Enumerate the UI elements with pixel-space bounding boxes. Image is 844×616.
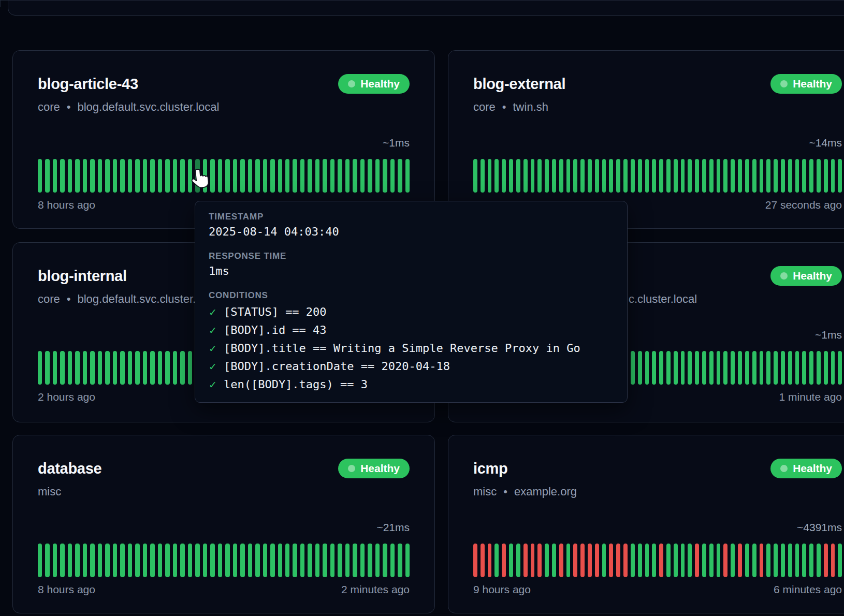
health-bar[interactable] xyxy=(75,351,79,385)
health-bar[interactable] xyxy=(681,544,685,577)
health-bar[interactable] xyxy=(666,544,671,577)
health-bar[interactable] xyxy=(90,544,94,577)
health-bar[interactable] xyxy=(210,159,214,193)
health-bar[interactable] xyxy=(802,351,806,385)
health-bar[interactable] xyxy=(573,544,577,577)
health-bar[interactable] xyxy=(631,351,635,385)
health-bar[interactable] xyxy=(523,544,528,577)
health-bar[interactable] xyxy=(674,351,678,385)
health-bar[interactable] xyxy=(545,544,549,577)
health-bar[interactable] xyxy=(723,351,727,385)
health-bar[interactable] xyxy=(824,351,828,385)
health-bar[interactable] xyxy=(375,544,380,577)
health-bar[interactable] xyxy=(731,544,735,577)
health-bar[interactable] xyxy=(278,544,282,577)
health-bar[interactable] xyxy=(817,351,821,385)
health-bar[interactable] xyxy=(609,159,613,193)
health-bar[interactable] xyxy=(588,544,592,577)
health-bar[interactable] xyxy=(353,159,357,193)
health-bar[interactable] xyxy=(188,544,192,577)
health-bar[interactable] xyxy=(537,544,542,577)
health-bar[interactable] xyxy=(795,351,799,385)
health-bar[interactable] xyxy=(488,159,492,193)
health-bar[interactable] xyxy=(580,159,585,193)
health-bar[interactable] xyxy=(666,351,671,385)
health-bar[interactable] xyxy=(674,544,678,577)
health-bar[interactable] xyxy=(566,159,571,193)
health-bar[interactable] xyxy=(766,159,770,193)
health-bar[interactable] xyxy=(60,159,64,193)
health-bar[interactable] xyxy=(623,544,628,577)
health-bar[interactable] xyxy=(233,159,237,193)
health-bar[interactable] xyxy=(165,544,169,577)
health-bar[interactable] xyxy=(218,544,222,577)
health-bar[interactable] xyxy=(781,159,785,193)
health-bar[interactable] xyxy=(165,159,169,193)
health-bar[interactable] xyxy=(128,159,132,193)
health-bar[interactable] xyxy=(255,159,259,193)
health-bar[interactable] xyxy=(398,544,402,577)
health-bar[interactable] xyxy=(702,544,706,577)
health-bar[interactable] xyxy=(573,159,577,193)
health-bar[interactable] xyxy=(390,159,395,193)
health-bar[interactable] xyxy=(537,159,542,193)
health-bar[interactable] xyxy=(270,544,274,577)
health-bar[interactable] xyxy=(38,544,42,577)
health-bar[interactable] xyxy=(60,351,64,385)
health-bar[interactable] xyxy=(383,544,387,577)
health-bar[interactable] xyxy=(68,351,72,385)
health-bar[interactable] xyxy=(659,351,663,385)
health-bar[interactable] xyxy=(760,159,764,193)
health-bar[interactable] xyxy=(38,351,42,385)
health-bar[interactable] xyxy=(838,159,842,193)
health-bar[interactable] xyxy=(766,544,770,577)
health-bar[interactable] xyxy=(631,159,635,193)
health-bar[interactable] xyxy=(580,544,585,577)
health-bar[interactable] xyxy=(809,351,813,385)
health-bar[interactable] xyxy=(143,544,147,577)
health-bar[interactable] xyxy=(143,159,147,193)
health-bar[interactable] xyxy=(158,159,162,193)
health-bar[interactable] xyxy=(105,159,109,193)
endpoint-card[interactable]: database Healthy misc• ~21ms 8 hours ago… xyxy=(12,435,435,613)
health-bar[interactable] xyxy=(645,351,649,385)
health-bar[interactable] xyxy=(766,351,770,385)
health-bar[interactable] xyxy=(338,544,342,577)
health-bar[interactable] xyxy=(180,351,184,385)
health-bar[interactable] xyxy=(745,159,749,193)
health-bar[interactable] xyxy=(602,544,606,577)
health-bar[interactable] xyxy=(509,159,513,193)
health-bar[interactable] xyxy=(717,544,721,577)
health-bar[interactable] xyxy=(616,544,620,577)
health-bar[interactable] xyxy=(531,544,535,577)
health-bar[interactable] xyxy=(330,159,334,193)
health-bar[interactable] xyxy=(681,351,685,385)
health-bar[interactable] xyxy=(180,159,184,193)
health-bar[interactable] xyxy=(559,544,563,577)
health-bar[interactable] xyxy=(638,159,642,193)
health-bar[interactable] xyxy=(53,544,57,577)
health-bar[interactable] xyxy=(509,544,513,577)
health-bar[interactable] xyxy=(731,159,735,193)
health-bar[interactable] xyxy=(263,544,267,577)
health-bar[interactable] xyxy=(83,159,87,193)
health-bar[interactable] xyxy=(38,159,42,193)
health-bar[interactable] xyxy=(781,351,785,385)
health-bar[interactable] xyxy=(225,159,229,193)
health-bar[interactable] xyxy=(702,351,706,385)
health-bar[interactable] xyxy=(135,159,139,193)
health-bar[interactable] xyxy=(760,351,764,385)
health-bar[interactable] xyxy=(173,351,177,385)
health-bar[interactable] xyxy=(595,544,599,577)
health-bar[interactable] xyxy=(98,544,102,577)
health-bar[interactable] xyxy=(502,544,506,577)
health-bar[interactable] xyxy=(494,544,499,577)
health-bar[interactable] xyxy=(481,159,485,193)
health-bar[interactable] xyxy=(595,159,599,193)
health-bar[interactable] xyxy=(368,544,372,577)
health-bar[interactable] xyxy=(255,544,259,577)
health-bar[interactable] xyxy=(360,159,365,193)
health-bar[interactable] xyxy=(390,544,395,577)
health-bar[interactable] xyxy=(248,159,252,193)
health-bar[interactable] xyxy=(323,544,327,577)
